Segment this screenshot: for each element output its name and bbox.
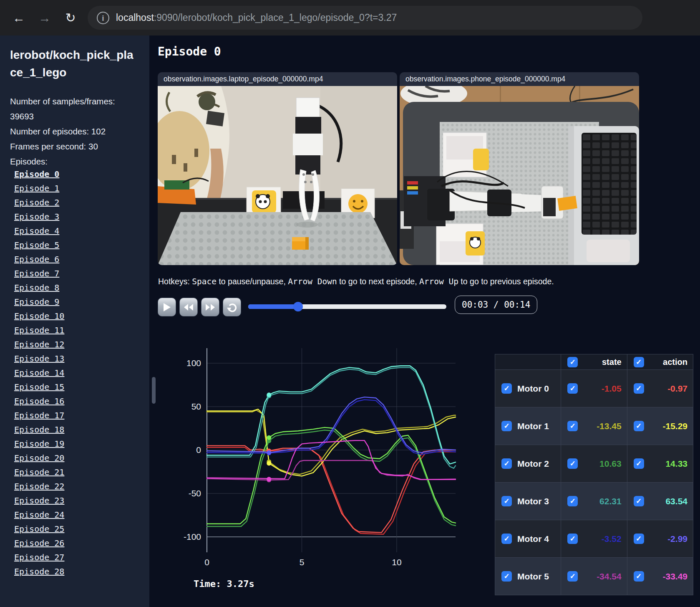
episode-link-episode-4[interactable]: Episode 4: [14, 226, 59, 236]
episode-link-episode-28[interactable]: Episode 28: [14, 567, 64, 577]
action-checkbox[interactable]: ✓: [634, 496, 644, 506]
dataset-info-line: Episodes:: [10, 154, 135, 169]
action-checkbox[interactable]: ✓: [634, 458, 644, 469]
episode-link-episode-22[interactable]: Episode 22: [14, 481, 64, 491]
episode-link-episode-15[interactable]: Episode 15: [14, 382, 64, 392]
episode-link-episode-13[interactable]: Episode 13: [14, 354, 64, 364]
play-button[interactable]: [158, 298, 176, 316]
episode-link-episode-20[interactable]: Episode 20: [14, 453, 64, 463]
episode-link-episode-0[interactable]: Episode 0: [14, 169, 59, 179]
action-checkbox[interactable]: ✓: [634, 421, 644, 431]
dataset-title: lerobot/koch_pick_place_1_lego: [10, 46, 139, 81]
episode-link-episode-14[interactable]: Episode 14: [14, 368, 64, 378]
episode-link-episode-21[interactable]: Episode 21: [14, 467, 64, 477]
action-column-checkbox[interactable]: ✓: [634, 357, 644, 367]
forward-icon[interactable]: →: [38, 11, 52, 25]
state-checkbox[interactable]: ✓: [567, 571, 578, 582]
episode-link-episode-7[interactable]: Episode 7: [14, 268, 59, 278]
episode-link-episode-12[interactable]: Episode 12: [14, 339, 64, 349]
episode-list-item: Episode 25: [14, 525, 139, 534]
episode-list-item: Episode 17: [14, 411, 139, 420]
episode-list-item: Episode 7: [14, 269, 139, 278]
fast-forward-button[interactable]: [201, 298, 219, 316]
video-frame-phone: [400, 86, 639, 265]
back-icon[interactable]: ←: [12, 11, 26, 25]
fast-forward-icon: [205, 303, 216, 311]
episode-link-episode-3[interactable]: Episode 3: [14, 212, 59, 222]
motor-checkbox[interactable]: ✓: [501, 534, 512, 544]
motor-chart[interactable]: 100500-50-1000510 Time: 3.27s: [158, 342, 459, 601]
rewind-button[interactable]: [179, 298, 198, 316]
motor-label: Motor 0: [517, 384, 549, 394]
episode-list-item: Episode 27: [14, 553, 139, 562]
reload-icon[interactable]: ↻: [63, 11, 78, 25]
episode-link-episode-17[interactable]: Episode 17: [14, 410, 64, 420]
loop-button[interactable]: [223, 298, 241, 316]
episode-list-item: Episode 28: [14, 567, 139, 577]
episode-link-episode-26[interactable]: Episode 26: [14, 538, 64, 548]
state-checkbox[interactable]: ✓: [567, 458, 578, 469]
action-checkbox[interactable]: ✓: [634, 534, 644, 544]
episode-link-episode-16[interactable]: Episode 16: [14, 396, 64, 406]
state-checkbox[interactable]: ✓: [567, 496, 578, 506]
episode-link-episode-2[interactable]: Episode 2: [14, 197, 59, 207]
episode-link-episode-27[interactable]: Episode 27: [14, 552, 64, 562]
episode-list-item: Episode 3: [14, 212, 139, 222]
episode-link-episode-24[interactable]: Episode 24: [14, 510, 64, 520]
action-value: -2.99: [644, 534, 687, 544]
motor-checkbox[interactable]: ✓: [501, 458, 512, 469]
episode-list-item: Episode 18: [14, 425, 139, 435]
state-checkbox[interactable]: ✓: [567, 534, 578, 544]
episode-link-episode-19[interactable]: Episode 19: [14, 439, 64, 449]
episode-list-item: Episode 13: [14, 354, 139, 364]
state-column-checkbox[interactable]: ✓: [567, 357, 578, 367]
episode-list-item: Episode 4: [14, 227, 139, 236]
episode-list-item: Episode 11: [14, 326, 139, 335]
episode-list: Episode 0Episode 1Episode 2Episode 3Epis…: [14, 170, 139, 577]
action-value: 14.33: [644, 459, 687, 469]
site-info-icon[interactable]: i: [97, 12, 109, 24]
episode-link-episode-18[interactable]: Episode 18: [14, 425, 64, 435]
action-checkbox[interactable]: ✓: [634, 571, 644, 582]
episode-list-item: Episode 22: [14, 482, 139, 491]
episode-link-episode-11[interactable]: Episode 11: [14, 325, 64, 335]
episode-link-episode-10[interactable]: Episode 10: [14, 311, 64, 321]
series-motor5_state: [207, 460, 456, 480]
motor-checkbox[interactable]: ✓: [501, 496, 512, 506]
state-value: -13.45: [578, 421, 621, 431]
seek-slider-thumb[interactable]: [293, 302, 303, 311]
table-header-row: ✓state ✓action: [495, 354, 693, 370]
action-value: -33.49: [644, 572, 687, 582]
episode-list-item: Episode 24: [14, 511, 139, 520]
state-value: -3.52: [578, 534, 621, 544]
episode-list-item: Episode 15: [14, 383, 139, 392]
scrollbar-thumb[interactable]: [152, 377, 156, 404]
episode-list-item: Episode 14: [14, 369, 139, 378]
motor-checkbox[interactable]: ✓: [501, 421, 512, 431]
video-panel-laptop[interactable]: observation.images.laptop_episode_000000…: [158, 72, 397, 265]
state-checkbox[interactable]: ✓: [567, 421, 578, 431]
episode-list-item: Episode 8: [14, 283, 139, 293]
seek-slider[interactable]: [248, 304, 446, 309]
episode-link-episode-9[interactable]: Episode 9: [14, 297, 59, 307]
video-panel-phone[interactable]: observation.images.phone_episode_000000.…: [400, 72, 639, 265]
page-title: Episode 0: [158, 45, 221, 58]
episode-list-item: Episode 23: [14, 496, 139, 506]
series-motor1_action: [207, 409, 456, 476]
motor-row-0: ✓Motor 0✓-1.05✓-0.97: [495, 370, 693, 407]
episode-link-episode-6[interactable]: Episode 6: [14, 254, 59, 264]
motor-checkbox[interactable]: ✓: [501, 383, 512, 394]
episode-link-episode-25[interactable]: Episode 25: [14, 524, 64, 534]
url-text[interactable]: localhost:9090/lerobot/koch_pick_place_1…: [116, 12, 397, 23]
episode-link-episode-1[interactable]: Episode 1: [14, 183, 59, 193]
action-checkbox[interactable]: ✓: [634, 383, 644, 394]
cursor-marker-motor3_action: [267, 392, 271, 397]
motor-row-1: ✓Motor 1✓-13.45✓-15.29: [495, 407, 693, 445]
state-checkbox[interactable]: ✓: [567, 383, 578, 394]
episode-link-episode-5[interactable]: Episode 5: [14, 240, 59, 250]
episode-link-episode-8[interactable]: Episode 8: [14, 283, 59, 293]
episode-link-episode-23[interactable]: Episode 23: [14, 496, 64, 506]
dataset-info-line: Number of samples/frames: 39693: [10, 94, 135, 124]
address-bar[interactable]: i localhost:9090/lerobot/koch_pick_place…: [88, 6, 642, 30]
motor-checkbox[interactable]: ✓: [501, 571, 512, 582]
